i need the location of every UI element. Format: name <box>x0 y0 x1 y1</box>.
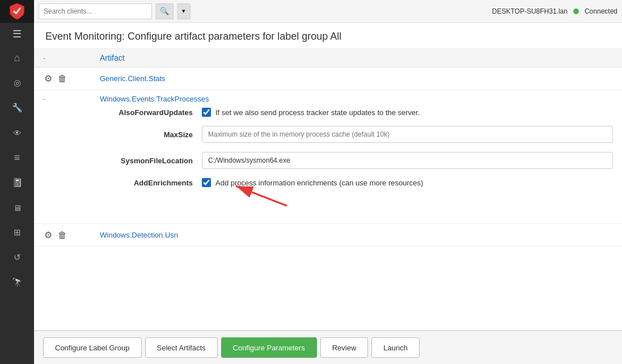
sidebar: ☰ ⌂ ◎ 🔧 👁 ≡ 📓 🖥 ⊞ ↺ 🔭 <box>0 0 34 364</box>
artifact-link-generic-client-stats[interactable]: Generic.Client.Stats <box>100 74 166 83</box>
param-value-also-forward-updates: If set we also send process tracker stat… <box>202 108 613 117</box>
sidebar-item-notebooks[interactable]: 📓 <box>0 170 34 195</box>
sidebar-item-logs[interactable]: ≡ <box>0 145 34 170</box>
search-input[interactable] <box>39 3 152 19</box>
sidebar-item-hunt[interactable]: ◎ <box>0 70 34 95</box>
connection-status: Connected <box>585 7 617 15</box>
param-label-add-enrichments: AddEnrichments <box>100 179 202 187</box>
col-artifact-header: Artifact <box>100 53 613 62</box>
sidebar-logo <box>0 0 34 23</box>
param-row-sysmon-file-location: SysmonFileLocation <box>43 147 613 173</box>
sidebar-item-clients[interactable]: 🖥 <box>0 195 34 220</box>
hamburger-icon: ☰ <box>12 28 22 40</box>
chevron-down-icon: ▾ <box>182 7 185 15</box>
artifact-name-generic-client-stats[interactable]: Generic.Client.Stats <box>100 74 613 83</box>
delete-windows-detection-usn-button[interactable]: 🗑 <box>57 229 68 242</box>
topbar: 🔍 ▾ DESKTOP-SU8FH31.lan Connected <box>34 0 622 23</box>
param-value-sysmon-file-location <box>202 152 613 169</box>
param-row-max-size: MaxSize <box>43 121 613 147</box>
search-button[interactable]: 🔍 <box>155 3 174 19</box>
connected-indicator <box>573 9 579 14</box>
sidebar-item-flows[interactable]: ⊞ <box>0 220 34 245</box>
artifact-link-windows-detection-usn[interactable]: Windows.Detection.Usn <box>100 231 178 239</box>
sidebar-item-search[interactable]: 🔭 <box>0 270 34 295</box>
sidebar-item-monitor[interactable]: 👁 <box>0 120 34 145</box>
configure-windows-detection-usn-button[interactable]: ⚙ <box>43 228 53 242</box>
tab-configure-parameters[interactable]: Configure Parameters <box>221 337 317 358</box>
param-label-max-size: MaxSize <box>100 130 202 139</box>
red-arrow-svg <box>196 180 310 209</box>
history-icon: ↺ <box>14 252 21 263</box>
actions-windows-detection-usn: ⚙ 🗑 <box>43 228 100 242</box>
delete-generic-client-stats-button[interactable]: 🗑 <box>57 73 68 85</box>
sidebar-item-tools[interactable]: 🔧 <box>0 95 34 120</box>
wrench-icon: 🔧 <box>12 103 23 113</box>
topbar-right: DESKTOP-SU8FH31.lan Connected <box>492 7 617 15</box>
param-row-add-enrichments: AddEnrichments Add process information e… <box>43 173 613 192</box>
binoculars-icon: 🔭 <box>12 277 23 287</box>
actions-windows-events: - <box>43 95 100 103</box>
notebook-icon: 📓 <box>12 177 23 188</box>
artifact-row-generic-client-stats: ⚙ 🗑 Generic.Client.Stats <box>34 67 622 90</box>
annotation-arrow-container <box>43 192 613 219</box>
search-dropdown-button[interactable]: ▾ <box>177 3 191 19</box>
target-icon: ◎ <box>14 78 21 88</box>
param-row-also-forward-updates: AlsoForwardUpdates If set we also send p… <box>43 103 613 121</box>
search-icon: 🔍 <box>160 7 169 15</box>
main-panel: 🔍 ▾ DESKTOP-SU8FH31.lan Connected Event … <box>34 0 622 364</box>
layers-icon: ⊞ <box>14 227 21 238</box>
monitor-icon: 🖥 <box>13 203 22 213</box>
tab-review[interactable]: Review <box>320 337 369 358</box>
list-icon: ≡ <box>14 153 20 163</box>
tab-select-artifacts[interactable]: Select Artifacts <box>145 337 218 358</box>
col-actions-header: - <box>43 54 100 62</box>
sidebar-item-home[interactable]: ⌂ <box>0 45 34 70</box>
param-input-sysmon-file-location[interactable] <box>202 152 613 169</box>
home-icon: ⌂ <box>14 52 20 64</box>
param-input-max-size[interactable] <box>202 126 613 143</box>
param-checkbox-also-forward-updates[interactable] <box>202 108 211 117</box>
hamburger-menu[interactable]: ☰ <box>0 23 34 45</box>
param-value-max-size <box>202 126 613 143</box>
table-header: - Artifact <box>34 49 622 67</box>
param-desc-also-forward-updates: If set we also send process tracker stat… <box>215 108 420 117</box>
hostname-label: DESKTOP-SU8FH31.lan <box>492 7 568 15</box>
artifact-row-windows-detection-usn: ⚙ 🗑 Windows.Detection.Usn <box>34 224 622 247</box>
configure-generic-client-stats-button[interactable]: ⚙ <box>43 72 53 85</box>
artifact-name-windows-events-trackprocesses[interactable]: Windows.Events.TrackProcesses <box>100 95 613 103</box>
params-section-windows-events: AlsoForwardUpdates If set we also send p… <box>43 103 613 219</box>
actions-generic-client-stats: ⚙ 🗑 <box>43 72 100 85</box>
eye-icon: 👁 <box>13 128 22 138</box>
artifact-name-windows-detection-usn[interactable]: Windows.Detection.Usn <box>100 231 613 239</box>
param-label-also-forward-updates: AlsoForwardUpdates <box>100 108 202 117</box>
tab-configure-label-group[interactable]: Configure Label Group <box>43 337 142 358</box>
artifact-row-windows-events-trackprocesses: - Windows.Events.TrackProcesses AlsoForw… <box>34 90 622 224</box>
content-area: - Artifact ⚙ 🗑 Generic.Client.Stats - <box>34 49 622 330</box>
wizard-tabs: Configure Label Group Select Artifacts C… <box>34 330 622 364</box>
param-label-sysmon-file-location: SysmonFileLocation <box>100 156 202 165</box>
sidebar-item-history[interactable]: ↺ <box>0 245 34 270</box>
tab-launch[interactable]: Launch <box>371 337 420 358</box>
artifact-link-windows-events-trackprocesses[interactable]: Windows.Events.TrackProcesses <box>100 95 209 103</box>
page-title: Event Monitoring: Configure artifact par… <box>34 23 622 49</box>
